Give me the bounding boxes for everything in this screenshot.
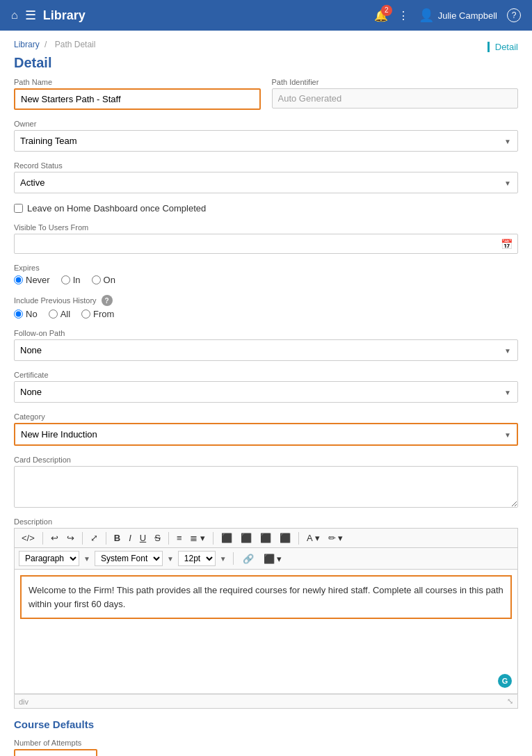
card-description-label: Card Description bbox=[14, 456, 518, 464]
align-center-button[interactable]: ⬛ bbox=[238, 531, 255, 545]
owner-select-wrapper[interactable]: Training Team bbox=[14, 130, 518, 152]
highlight-button[interactable]: ✏ ▾ bbox=[325, 531, 346, 545]
source-button[interactable]: </> bbox=[19, 531, 38, 545]
toolbar-sep-1 bbox=[42, 532, 43, 545]
size-arrow: ▼ bbox=[220, 555, 227, 563]
notification-badge: 2 bbox=[381, 5, 392, 16]
italic-button[interactable]: I bbox=[126, 531, 134, 545]
history-all-item: All bbox=[49, 309, 70, 319]
top-navigation: ⌂ ☰ Library 🔔 2 ⋮ 👤 Julie Campbell ? bbox=[0, 0, 532, 31]
record-status-select-wrapper[interactable]: Active bbox=[14, 172, 518, 193]
bell-icon[interactable]: 🔔 2 bbox=[374, 9, 388, 22]
help-icon[interactable]: ? bbox=[507, 8, 521, 22]
strikethrough-button[interactable]: S bbox=[152, 531, 163, 545]
category-select-wrapper[interactable]: New Hire Induction bbox=[14, 423, 518, 446]
user-menu[interactable]: 👤 Julie Campbell bbox=[419, 8, 497, 23]
nav-left: ⌂ ☰ Library bbox=[11, 8, 86, 23]
editor-footer: div ⤡ bbox=[14, 694, 518, 709]
calendar-icon: 📅 bbox=[501, 239, 513, 250]
description-group: Description </> ↩ ↪ ⤢ B I U S ≡ ≣ ▾ ⬛ ⬛ bbox=[14, 517, 518, 709]
expires-in-radio[interactable] bbox=[61, 275, 70, 284]
follow-on-label: Follow-on Path bbox=[14, 329, 518, 337]
breadcrumb-separator: / bbox=[45, 40, 49, 49]
history-from-radio[interactable] bbox=[81, 309, 90, 319]
fullscreen-button[interactable]: ⤢ bbox=[88, 531, 101, 545]
ordered-list-button[interactable]: ≡ bbox=[174, 531, 185, 545]
editor-resize-icon[interactable]: ⤡ bbox=[507, 697, 513, 706]
certificate-select[interactable]: None bbox=[14, 381, 518, 403]
visible-from-input[interactable] bbox=[14, 234, 518, 254]
card-description-group: Card Description bbox=[14, 456, 518, 508]
font-select[interactable]: System Font bbox=[95, 551, 163, 566]
path-identifier-group: Path Identifier bbox=[272, 78, 519, 110]
align-left-button[interactable]: ⬛ bbox=[218, 531, 235, 545]
expires-in-label: In bbox=[73, 275, 81, 285]
table-button[interactable]: ⬛ ▾ bbox=[261, 552, 285, 565]
align-justify-button[interactable]: ⬛ bbox=[277, 531, 293, 545]
expires-never-radio[interactable] bbox=[14, 275, 23, 284]
paragraph-arrow: ▼ bbox=[83, 555, 90, 563]
follow-on-select-wrapper[interactable]: None bbox=[14, 339, 518, 361]
history-from-item: From bbox=[81, 309, 114, 319]
attempts-input[interactable] bbox=[14, 749, 97, 756]
include-history-help-icon[interactable]: ? bbox=[102, 295, 113, 306]
menu-icon[interactable]: ☰ bbox=[25, 8, 36, 23]
follow-on-select[interactable]: None bbox=[14, 339, 518, 361]
breadcrumb-path-detail: Path Detail bbox=[55, 40, 96, 49]
card-description-textarea[interactable] bbox=[14, 466, 518, 508]
category-select[interactable]: New Hire Induction bbox=[14, 423, 518, 446]
description-label: Description bbox=[14, 517, 518, 526]
visible-from-group: Visible To Users From 📅 bbox=[14, 223, 518, 254]
certificate-group: Certificate None bbox=[14, 371, 518, 403]
history-no-label: No bbox=[26, 309, 38, 319]
bold-button[interactable]: B bbox=[111, 531, 123, 545]
record-status-select[interactable]: Active bbox=[14, 172, 518, 193]
expires-on-label: On bbox=[104, 275, 115, 285]
owner-label: Owner bbox=[14, 120, 518, 128]
certificate-label: Certificate bbox=[14, 371, 518, 379]
course-defaults-section: Course Defaults Number of Attempts Pass … bbox=[14, 718, 518, 756]
paragraph-select[interactable]: Paragraph bbox=[19, 551, 79, 566]
history-all-label: All bbox=[61, 309, 70, 319]
link-button[interactable]: 🔗 bbox=[240, 552, 257, 565]
history-no-item: No bbox=[14, 309, 38, 319]
toolbar-sep-4 bbox=[168, 532, 169, 545]
leave-on-dashboard-label[interactable]: Leave on Home Dashboard once Completed bbox=[27, 203, 206, 214]
editor-text[interactable]: Welcome to the Firm! This path provides … bbox=[20, 575, 512, 619]
breadcrumb-library[interactable]: Library bbox=[14, 40, 40, 49]
form-area: Path Name Path Identifier Owner Training… bbox=[0, 78, 532, 756]
unordered-list-button[interactable]: ≣ ▾ bbox=[187, 531, 208, 545]
grammarly-icon[interactable]: G bbox=[498, 674, 512, 688]
expires-on-radio[interactable] bbox=[92, 275, 101, 284]
font-color-button[interactable]: A ▾ bbox=[304, 531, 323, 545]
editor-content[interactable]: Welcome to the Firm! This path provides … bbox=[14, 569, 518, 694]
detail-tab[interactable]: Detail bbox=[487, 42, 518, 52]
redo-button[interactable]: ↪ bbox=[64, 531, 77, 545]
size-select[interactable]: 12pt bbox=[178, 551, 216, 566]
attempts-group: Number of Attempts bbox=[14, 739, 97, 756]
underline-button[interactable]: U bbox=[137, 531, 149, 545]
include-history-radio-group: No All From bbox=[14, 309, 518, 319]
align-right-button[interactable]: ⬛ bbox=[257, 531, 274, 545]
history-all-radio[interactable] bbox=[49, 309, 58, 319]
toolbar-sep-5 bbox=[213, 532, 213, 545]
leave-on-dashboard-checkbox[interactable] bbox=[14, 204, 23, 213]
user-name: Julie Campbell bbox=[438, 10, 497, 21]
expires-never-item: Never bbox=[14, 275, 50, 285]
expires-never-label: Never bbox=[26, 275, 50, 285]
home-icon[interactable]: ⌂ bbox=[11, 9, 18, 22]
category-group: Category New Hire Induction bbox=[14, 412, 518, 446]
owner-select[interactable]: Training Team bbox=[14, 130, 518, 152]
visible-from-date-wrapper[interactable]: 📅 bbox=[14, 234, 518, 254]
path-name-label: Path Name bbox=[14, 78, 261, 86]
record-status-group: Record Status Active bbox=[14, 161, 518, 193]
certificate-select-wrapper[interactable]: None bbox=[14, 381, 518, 403]
undo-button[interactable]: ↩ bbox=[48, 531, 61, 545]
font-arrow: ▼ bbox=[167, 555, 174, 563]
expires-on-item: On bbox=[92, 275, 115, 285]
path-name-input[interactable] bbox=[14, 88, 261, 110]
course-defaults-heading: Course Defaults bbox=[14, 718, 518, 730]
more-options-icon[interactable]: ⋮ bbox=[398, 9, 409, 22]
toolbar-sep-2 bbox=[82, 532, 83, 545]
history-no-radio[interactable] bbox=[14, 309, 23, 319]
